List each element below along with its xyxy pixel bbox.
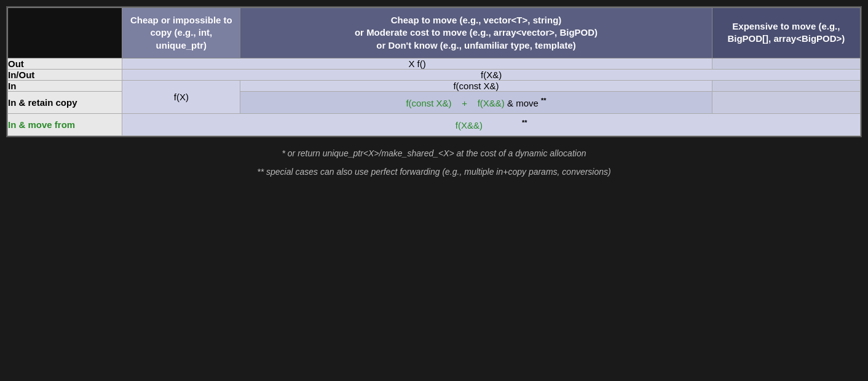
header-col3-text: Cheap to move (e.g., vector<T>, string) … (355, 15, 598, 50)
cell-retain-superscript: ** (541, 97, 546, 104)
cell-retain-col3: f(const X&) + f(X&&) & move ** (240, 91, 712, 113)
parameter-table: Cheap or impossible to copy (e.g., int, … (7, 7, 861, 136)
cell-inout-value: f(X&) (122, 69, 861, 80)
table-row-movefrom: In & move from f(X&&) ** (8, 113, 861, 135)
cell-in-col4 (712, 80, 860, 91)
cell-retain-value: f(const X&) + f(X&&) (406, 98, 504, 108)
header-col2: Cheap or impossible to copy (e.g., int, … (122, 8, 240, 58)
label-out: Out (8, 58, 122, 69)
table-row-in: In f(X) f(const X&) (8, 80, 861, 91)
cell-retain-suffix: & move (507, 98, 539, 108)
header-col3: Cheap to move (e.g., vector<T>, string) … (240, 8, 712, 58)
label-inout: In/Out (8, 69, 122, 80)
header-col2-text: Cheap or impossible to copy (e.g., int, … (130, 15, 232, 50)
footnotes-section: * or return unique_ptr<X>/make_shared_<X… (6, 137, 862, 189)
cell-out-col4 (712, 58, 860, 69)
footnote-1: * or return unique_ptr<X>/make_shared_<X… (18, 148, 850, 158)
header-col4-text: Expensive to move (e.g., BigPOD[], array… (727, 21, 845, 44)
header-row: Cheap or impossible to copy (e.g., int, … (8, 8, 861, 58)
page-wrapper: Cheap or impossible to copy (e.g., int, … (0, 0, 868, 189)
label-retain: In & retain copy (8, 91, 122, 113)
table-row-inout: In/Out f(X&) (8, 69, 861, 80)
label-in: In (8, 80, 122, 91)
table-row-out: Out X f() (8, 58, 861, 69)
cell-in-col3: f(const X&) (240, 80, 712, 91)
main-table-container: Cheap or impossible to copy (e.g., int, … (6, 6, 862, 137)
cell-movefrom-superscript: ** (522, 119, 527, 126)
footnote-2: ** special cases can also use perfect fo… (18, 167, 850, 177)
cell-out-value: X f() (408, 58, 425, 69)
label-movefrom: In & move from (8, 113, 122, 135)
header-col1 (8, 8, 122, 58)
header-col4: Expensive to move (e.g., BigPOD[], array… (712, 8, 860, 58)
cell-movefrom-value: f(X&&) ** (122, 113, 861, 135)
cell-retain-col4 (712, 91, 860, 113)
cell-in-col2: f(X) (122, 80, 240, 113)
cell-movefrom-text: f(X&&) (456, 120, 483, 130)
cell-out-col3: X f() (122, 58, 712, 69)
